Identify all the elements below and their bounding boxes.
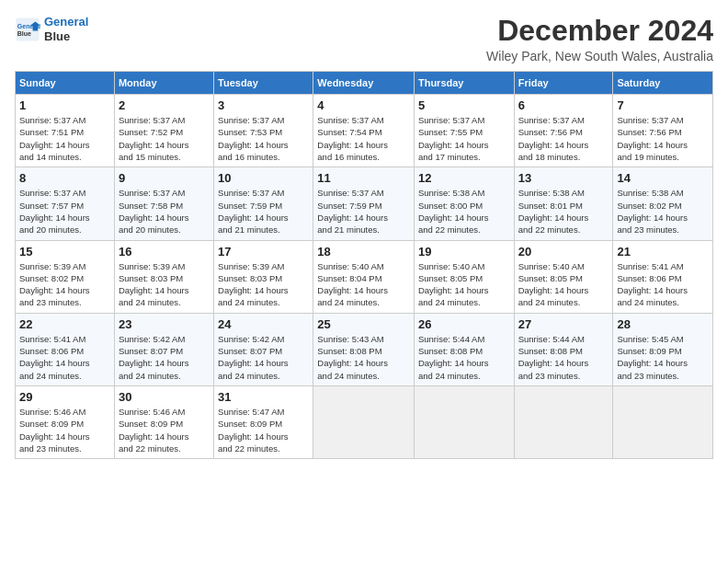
day-detail: Sunrise: 5:37 AM Sunset: 7:59 PM Dayligh… — [218, 187, 309, 236]
day-header-wednesday: Wednesday — [313, 72, 415, 95]
day-detail: Sunrise: 5:37 AM Sunset: 7:52 PM Dayligh… — [119, 114, 210, 163]
day-number: 9 — [119, 171, 210, 185]
day-detail: Sunrise: 5:38 AM Sunset: 8:01 PM Dayligh… — [518, 187, 609, 236]
day-number: 30 — [119, 390, 210, 404]
day-number: 4 — [317, 98, 410, 112]
day-number: 23 — [119, 317, 210, 331]
day-number: 2 — [119, 98, 210, 112]
calendar-cell: 19Sunrise: 5:40 AM Sunset: 8:05 PM Dayli… — [414, 240, 514, 313]
day-number: 22 — [19, 317, 110, 331]
calendar-cell: 4Sunrise: 5:37 AM Sunset: 7:54 PM Daylig… — [313, 95, 415, 167]
day-detail: Sunrise: 5:43 AM Sunset: 8:08 PM Dayligh… — [317, 333, 410, 382]
calendar-cell: 7Sunrise: 5:37 AM Sunset: 7:56 PM Daylig… — [613, 95, 713, 167]
day-detail: Sunrise: 5:44 AM Sunset: 8:08 PM Dayligh… — [418, 333, 510, 382]
day-number: 8 — [19, 171, 110, 185]
calendar-cell: 24Sunrise: 5:42 AM Sunset: 8:07 PM Dayli… — [214, 313, 313, 385]
page-header: General Blue General Blue December 2024 … — [15, 15, 713, 63]
calendar-cell: 26Sunrise: 5:44 AM Sunset: 8:08 PM Dayli… — [414, 313, 514, 385]
day-number: 27 — [518, 317, 609, 331]
day-number: 18 — [317, 245, 410, 259]
day-number: 29 — [19, 390, 110, 404]
day-number: 31 — [218, 390, 309, 404]
day-detail: Sunrise: 5:37 AM Sunset: 7:53 PM Dayligh… — [218, 114, 309, 163]
calendar-cell: 13Sunrise: 5:38 AM Sunset: 8:01 PM Dayli… — [514, 167, 613, 240]
calendar-cell: 5Sunrise: 5:37 AM Sunset: 7:55 PM Daylig… — [414, 95, 514, 167]
calendar-cell: 11Sunrise: 5:37 AM Sunset: 7:59 PM Dayli… — [313, 167, 415, 240]
day-detail: Sunrise: 5:37 AM Sunset: 7:56 PM Dayligh… — [617, 114, 709, 163]
calendar-cell: 10Sunrise: 5:37 AM Sunset: 7:59 PM Dayli… — [214, 167, 313, 240]
calendar-cell: 30Sunrise: 5:46 AM Sunset: 8:09 PM Dayli… — [114, 385, 213, 458]
day-detail: Sunrise: 5:37 AM Sunset: 7:55 PM Dayligh… — [418, 114, 510, 163]
calendar-cell: 23Sunrise: 5:42 AM Sunset: 8:07 PM Dayli… — [114, 313, 213, 385]
calendar-table: SundayMondayTuesdayWednesdayThursdayFrid… — [15, 71, 713, 459]
day-number: 12 — [418, 171, 510, 185]
day-number: 16 — [119, 245, 210, 259]
day-header-sunday: Sunday — [16, 72, 115, 95]
logo-icon: General Blue — [15, 17, 40, 42]
calendar-week-row: 29Sunrise: 5:46 AM Sunset: 8:09 PM Dayli… — [16, 385, 713, 458]
location-title: Wiley Park, New South Wales, Australia — [486, 49, 713, 63]
calendar-cell — [414, 385, 514, 458]
calendar-cell: 16Sunrise: 5:39 AM Sunset: 8:03 PM Dayli… — [114, 240, 213, 313]
calendar-cell: 22Sunrise: 5:41 AM Sunset: 8:06 PM Dayli… — [16, 313, 115, 385]
day-detail: Sunrise: 5:45 AM Sunset: 8:09 PM Dayligh… — [617, 333, 709, 382]
calendar-cell: 18Sunrise: 5:40 AM Sunset: 8:04 PM Dayli… — [313, 240, 415, 313]
day-number: 17 — [218, 245, 309, 259]
day-number: 11 — [317, 171, 410, 185]
calendar-week-row: 1Sunrise: 5:37 AM Sunset: 7:51 PM Daylig… — [16, 95, 713, 167]
day-detail: Sunrise: 5:37 AM Sunset: 7:56 PM Dayligh… — [518, 114, 609, 163]
day-detail: Sunrise: 5:37 AM Sunset: 7:54 PM Dayligh… — [317, 114, 410, 163]
calendar-cell: 6Sunrise: 5:37 AM Sunset: 7:56 PM Daylig… — [514, 95, 613, 167]
calendar-cell: 31Sunrise: 5:47 AM Sunset: 8:09 PM Dayli… — [214, 385, 313, 458]
day-number: 1 — [19, 98, 110, 112]
month-title: December 2024 — [486, 15, 713, 47]
calendar-week-row: 8Sunrise: 5:37 AM Sunset: 7:57 PM Daylig… — [16, 167, 713, 240]
logo-text: General Blue — [44, 15, 88, 43]
day-number: 28 — [617, 317, 709, 331]
day-detail: Sunrise: 5:38 AM Sunset: 8:02 PM Dayligh… — [617, 187, 709, 236]
day-detail: Sunrise: 5:37 AM Sunset: 7:58 PM Dayligh… — [119, 187, 210, 236]
day-detail: Sunrise: 5:37 AM Sunset: 7:59 PM Dayligh… — [317, 187, 410, 236]
day-detail: Sunrise: 5:40 AM Sunset: 8:04 PM Dayligh… — [317, 260, 410, 309]
calendar-week-row: 15Sunrise: 5:39 AM Sunset: 8:02 PM Dayli… — [16, 240, 713, 313]
day-number: 24 — [218, 317, 309, 331]
day-number: 10 — [218, 171, 309, 185]
day-number: 15 — [19, 245, 110, 259]
day-detail: Sunrise: 5:44 AM Sunset: 8:08 PM Dayligh… — [518, 333, 609, 382]
day-number: 14 — [617, 171, 709, 185]
calendar-cell — [613, 385, 713, 458]
day-header-thursday: Thursday — [414, 72, 514, 95]
calendar-cell: 25Sunrise: 5:43 AM Sunset: 8:08 PM Dayli… — [313, 313, 415, 385]
day-detail: Sunrise: 5:42 AM Sunset: 8:07 PM Dayligh… — [119, 333, 210, 382]
day-number: 13 — [518, 171, 609, 185]
day-detail: Sunrise: 5:37 AM Sunset: 7:51 PM Dayligh… — [19, 114, 110, 163]
calendar-cell: 15Sunrise: 5:39 AM Sunset: 8:02 PM Dayli… — [16, 240, 115, 313]
day-header-monday: Monday — [114, 72, 213, 95]
day-detail: Sunrise: 5:42 AM Sunset: 8:07 PM Dayligh… — [218, 333, 309, 382]
calendar-week-row: 22Sunrise: 5:41 AM Sunset: 8:06 PM Dayli… — [16, 313, 713, 385]
calendar-cell: 17Sunrise: 5:39 AM Sunset: 8:03 PM Dayli… — [214, 240, 313, 313]
calendar-cell — [514, 385, 613, 458]
day-detail: Sunrise: 5:38 AM Sunset: 8:00 PM Dayligh… — [418, 187, 510, 236]
calendar-cell: 14Sunrise: 5:38 AM Sunset: 8:02 PM Dayli… — [613, 167, 713, 240]
calendar-cell: 27Sunrise: 5:44 AM Sunset: 8:08 PM Dayli… — [514, 313, 613, 385]
calendar-cell: 21Sunrise: 5:41 AM Sunset: 8:06 PM Dayli… — [613, 240, 713, 313]
svg-text:Blue: Blue — [17, 30, 31, 37]
day-number: 20 — [518, 245, 609, 259]
day-detail: Sunrise: 5:46 AM Sunset: 8:09 PM Dayligh… — [19, 406, 110, 454]
day-detail: Sunrise: 5:40 AM Sunset: 8:05 PM Dayligh… — [418, 260, 510, 309]
day-detail: Sunrise: 5:41 AM Sunset: 8:06 PM Dayligh… — [617, 260, 709, 309]
day-detail: Sunrise: 5:40 AM Sunset: 8:05 PM Dayligh… — [518, 260, 609, 309]
calendar-cell: 9Sunrise: 5:37 AM Sunset: 7:58 PM Daylig… — [114, 167, 213, 240]
day-header-saturday: Saturday — [613, 72, 713, 95]
calendar-cell: 3Sunrise: 5:37 AM Sunset: 7:53 PM Daylig… — [214, 95, 313, 167]
day-header-friday: Friday — [514, 72, 613, 95]
calendar-cell: 12Sunrise: 5:38 AM Sunset: 8:00 PM Dayli… — [414, 167, 514, 240]
day-number: 26 — [418, 317, 510, 331]
day-header-tuesday: Tuesday — [214, 72, 313, 95]
logo: General Blue General Blue — [15, 15, 88, 43]
day-detail: Sunrise: 5:47 AM Sunset: 8:09 PM Dayligh… — [218, 406, 309, 454]
calendar-cell-day1: 1Sunrise: 5:37 AM Sunset: 7:51 PM Daylig… — [16, 95, 115, 167]
calendar-cell: 8Sunrise: 5:37 AM Sunset: 7:57 PM Daylig… — [16, 167, 115, 240]
calendar-cell: 2Sunrise: 5:37 AM Sunset: 7:52 PM Daylig… — [114, 95, 213, 167]
